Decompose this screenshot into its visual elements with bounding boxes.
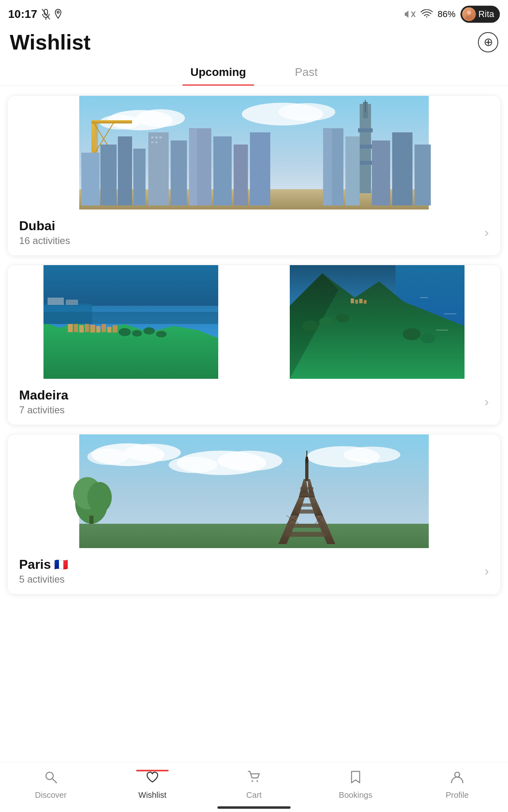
- svg-rect-101: [289, 524, 325, 528]
- svg-rect-23: [133, 149, 145, 205]
- svg-rect-100: [287, 532, 327, 537]
- svg-rect-25: [171, 140, 187, 205]
- svg-rect-35: [358, 161, 373, 165]
- svg-point-77: [319, 317, 334, 327]
- nav-profile[interactable]: Profile: [429, 770, 486, 800]
- svg-line-118: [52, 779, 56, 783]
- svg-rect-16: [91, 120, 132, 123]
- heart-icon: [145, 770, 160, 788]
- paris-name: Paris 🇫🇷: [19, 557, 68, 572]
- tab-upcoming[interactable]: Upcoming: [182, 60, 254, 86]
- nav-wishlist-wrapper: Wishlist: [124, 770, 181, 800]
- svg-rect-108: [300, 493, 314, 496]
- bottom-nav: Discover Wishlist Cart: [0, 762, 508, 812]
- dubai-card[interactable]: Dubai 16 activities ›: [7, 95, 501, 256]
- nav-discover[interactable]: Discover: [22, 770, 79, 800]
- content: Dubai 16 activities ›: [0, 86, 508, 604]
- svg-point-13: [278, 103, 335, 121]
- svg-rect-51: [68, 324, 73, 332]
- svg-rect-112: [306, 451, 307, 459]
- paris-flag: 🇫🇷: [54, 558, 68, 571]
- svg-rect-34: [358, 145, 373, 149]
- user-name: Rita: [478, 9, 494, 19]
- nav-cart[interactable]: Cart: [226, 770, 282, 800]
- svg-point-80: [421, 333, 435, 343]
- tab-past[interactable]: Past: [287, 60, 326, 86]
- paris-info: Paris 🇫🇷 5 activities ›: [8, 548, 500, 594]
- svg-rect-45: [155, 141, 158, 143]
- svg-rect-37: [345, 136, 360, 205]
- mute-icon: [41, 9, 50, 20]
- dubai-activities: 16 activities: [19, 235, 70, 246]
- svg-rect-46: [189, 129, 197, 205]
- paris-card[interactable]: Paris 🇫🇷 5 activities ›: [7, 434, 501, 594]
- svg-rect-27: [213, 136, 232, 205]
- svg-rect-109: [300, 487, 313, 490]
- svg-point-87: [87, 449, 128, 465]
- dubai-image: [8, 96, 500, 209]
- svg-rect-105: [297, 503, 316, 507]
- svg-point-90: [169, 457, 217, 473]
- battery-text: 86%: [438, 9, 456, 19]
- madeira-card[interactable]: Madeira 7 activities ›: [7, 265, 501, 425]
- svg-point-119: [252, 780, 253, 782]
- svg-rect-75: [364, 300, 367, 304]
- user-avatar: [462, 7, 476, 21]
- svg-rect-39: [392, 132, 412, 205]
- person-icon: [450, 770, 465, 788]
- svg-point-95: [87, 482, 112, 513]
- svg-rect-32: [365, 100, 366, 112]
- speaker-mute-icon: [404, 9, 416, 19]
- nav-active-indicator: [136, 770, 169, 771]
- status-time: 10:17: [8, 8, 37, 21]
- nav-bookings[interactable]: Bookings: [327, 770, 384, 800]
- svg-point-66: [143, 327, 155, 335]
- dubai-name: Dubai: [19, 218, 70, 233]
- svg-rect-74: [359, 299, 363, 303]
- svg-rect-104: [297, 510, 317, 514]
- svg-rect-44: [151, 141, 154, 143]
- add-button[interactable]: ⊕: [478, 32, 498, 52]
- svg-point-121: [455, 772, 460, 777]
- cart-icon: [247, 770, 261, 788]
- nav-wishlist[interactable]: Wishlist: [124, 770, 181, 800]
- header: Wishlist ⊕: [0, 26, 508, 60]
- paris-chevron: ›: [484, 564, 489, 579]
- svg-rect-29: [250, 132, 270, 205]
- wifi-icon: [421, 9, 433, 19]
- svg-rect-56: [96, 326, 100, 333]
- nav-discover-label: Discover: [35, 790, 67, 800]
- svg-rect-47: [323, 129, 332, 205]
- bookmark-icon: [348, 770, 363, 788]
- svg-point-89: [217, 451, 282, 471]
- svg-point-7: [465, 16, 473, 19]
- status-icons: [41, 9, 63, 20]
- user-pill: Rita: [460, 6, 500, 23]
- svg-rect-72: [351, 298, 354, 303]
- page-title: Wishlist: [10, 30, 91, 54]
- plus-icon: ⊕: [484, 37, 493, 48]
- svg-rect-41: [151, 136, 154, 138]
- svg-point-6: [467, 11, 471, 15]
- nav-bookings-label: Bookings: [339, 790, 372, 800]
- dubai-info: Dubai 16 activities ›: [8, 209, 500, 255]
- svg-rect-61: [48, 298, 64, 305]
- svg-rect-38: [372, 140, 390, 205]
- madeira-info: Madeira 7 activities ›: [8, 379, 500, 425]
- search-icon: [43, 770, 58, 788]
- svg-rect-97: [79, 524, 429, 548]
- nav-cart-label: Cart: [246, 790, 262, 800]
- svg-rect-59: [113, 325, 117, 333]
- svg-rect-55: [90, 325, 95, 333]
- status-bar: 10:17: [0, 0, 508, 26]
- svg-rect-22: [118, 136, 132, 205]
- madeira-image: [8, 265, 500, 379]
- madeira-chevron: ›: [484, 394, 489, 409]
- svg-rect-53: [79, 325, 84, 333]
- svg-point-3: [57, 11, 59, 13]
- svg-rect-33: [358, 128, 373, 132]
- svg-point-10: [136, 109, 185, 127]
- home-indicator: [217, 806, 291, 809]
- tabs-container: Upcoming Past: [0, 60, 508, 86]
- svg-rect-58: [107, 327, 111, 333]
